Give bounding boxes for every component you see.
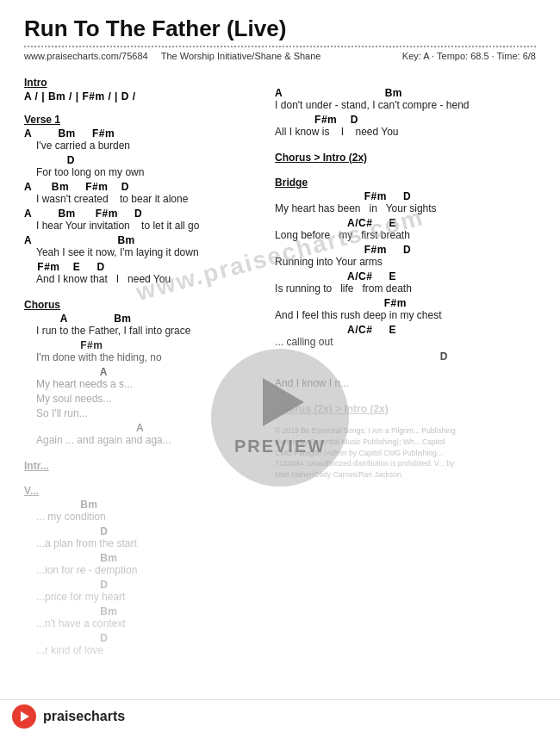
verse2-line6: D ...r kind of love [24,632,261,656]
svg-marker-0 [21,711,29,722]
verse1-line6: F#m E D And I know that I need You [24,261,261,285]
intro-label: Intro [24,77,261,89]
bridge-line1: F#m D My heart has been in Your sights [275,190,536,214]
verse2-label: V... [24,485,261,497]
praise-logo[interactable] [12,704,36,729]
chorus-line6: A Again ... and again and aga... [24,422,261,446]
bridge-line6: A/C# E ... calling out [275,324,536,348]
verse2-line1: Bm ... my condition [24,499,261,523]
bottom-bar: praisecharts [0,699,560,732]
intro-chords: A / | Bm / | F#m / | D / [24,90,261,102]
bridge-line8: And I know I n... [275,377,536,389]
verse1-line4: A Bm F#m D I hear Your invitation to let… [24,208,261,232]
chorus-line3: A My heart needs a s... [24,366,261,390]
song-title: Run To The Father (Live) [24,16,536,42]
chorus-line5: So I'll run... [24,407,261,419]
song-meta: Key: A · Tempo: 68.5 · Time: 6/8 [402,51,536,61]
verse2-line3: Bm ...ion for re - demption [24,552,261,576]
chorus-line4: My soul needs... [24,393,261,405]
chorus-line1: A Bm I run to the Father, I fall into gr… [24,313,261,337]
intro2-label: Intr... [24,460,261,472]
chorus2x-label: Chorus (2x) > Intro (2x) [275,403,536,415]
bridge-label: Bridge [275,177,536,189]
verse1-line1: A Bm F#m I've carried a burden [24,127,261,152]
main-content: Intro A / | Bm / | F#m / | D / Verse 1 A… [24,70,536,659]
bridge-line7: D [275,350,536,375]
verse1-line3: A Bm F#m D I wasn't created to bear it a… [24,181,261,205]
song-url: www.praisecharts.com/75684 The Worship I… [24,51,320,61]
bridge-line3: F#m D Running into Your arms [275,244,536,268]
bridge-line5: F#m And I feel this rush deep in my ches… [275,297,536,321]
page: Run To The Father (Live) www.praisechart… [0,0,560,732]
right-column: A Bm I don't under - stand, I can't comp… [270,70,536,659]
chorus-right-label: Chorus > Intro (2x) [275,152,536,164]
copyright-text: © 2019 Be Essential Songs; I Am a Pilgri… [275,425,536,481]
divider [24,46,536,47]
verse1-line2: D For too long on my own [24,154,261,178]
verse2-line2: D ...a plan from the start [24,525,261,549]
left-column: Intro A / | Bm / | F#m / | D / Verse 1 A… [24,70,270,659]
right-line1: A Bm I don't under - stand, I can't comp… [275,87,536,111]
chorus-label: Chorus [24,299,261,311]
verse2-line4: D ...price for my heart [24,579,261,603]
chorus-line2: F#m I'm done with the hiding, no [24,339,261,363]
meta-row: www.praisecharts.com/75684 The Worship I… [24,51,536,61]
right-line2: F#m D All I know is I need You [275,114,536,138]
verse1-label: Verse 1 [24,114,261,126]
bridge-line4: A/C# E Is running to life from death [275,270,536,295]
brand-name: praisecharts [43,709,125,724]
bridge-line2: A/C# E Long before my first breath [275,217,536,241]
verse2-line5: Bm ...n't have a context [24,605,261,630]
verse1-line5: A Bm Yeah I see it now, I'm laying it do… [24,234,261,258]
